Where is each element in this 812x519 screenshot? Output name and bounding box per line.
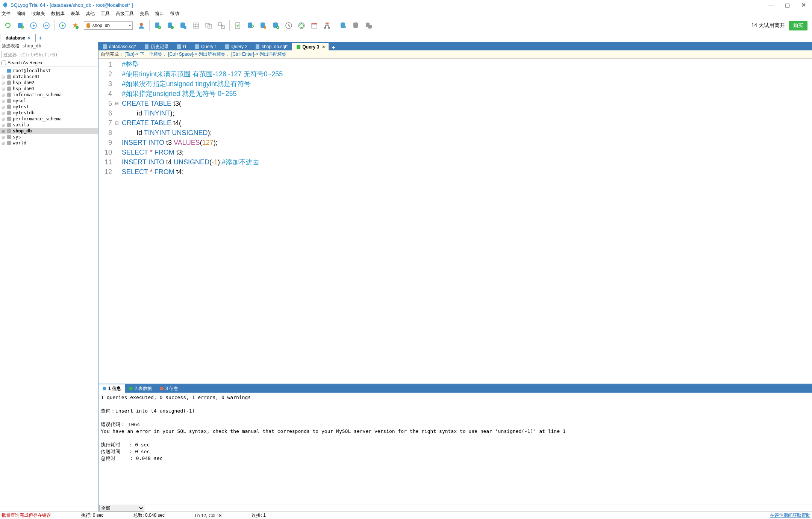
tree-database[interactable]: ⊞mytest xyxy=(0,104,98,110)
svg-rect-56 xyxy=(145,44,148,49)
close-tab-icon[interactable]: × xyxy=(322,44,325,50)
svg-point-50 xyxy=(7,117,11,118)
db-add-icon[interactable]: + xyxy=(153,21,162,30)
svg-point-13 xyxy=(171,26,174,29)
regex-checkbox-row[interactable]: Search As Regex xyxy=(0,59,98,67)
tree-database[interactable]: ⊞sys xyxy=(0,134,98,140)
db-play-icon[interactable] xyxy=(271,21,281,30)
result-panel: 1 信息2 表数据3 信息 1 queries executed, 0 succ… xyxy=(98,384,812,511)
result-tab[interactable]: 1 信息 xyxy=(98,384,125,393)
tree-root[interactable]: root@localhost xyxy=(0,68,98,74)
svg-point-44 xyxy=(7,80,11,82)
tree-database[interactable]: ⊞performance_schema xyxy=(0,116,98,122)
menu-item[interactable]: 工具 xyxy=(101,11,110,17)
database-selector-value: shop_db xyxy=(92,23,110,28)
result-filter-select[interactable]: 全部 xyxy=(99,505,144,511)
table-icon[interactable] xyxy=(191,21,201,30)
tree-database[interactable]: ⊞mysql xyxy=(0,98,98,104)
sidebar: 筛选表格 shop_db 过滤器 (Ctrl+Shift+B) Search A… xyxy=(0,42,98,511)
app-logo-icon xyxy=(2,2,8,8)
trial-notice: 14 天试用离开 xyxy=(751,22,785,29)
menu-item[interactable]: 编辑 xyxy=(17,11,26,17)
menu-item[interactable]: 其他 xyxy=(86,11,95,17)
editor-tab[interactable]: Query 1 xyxy=(191,43,221,50)
status-connections: 连接: 1 xyxy=(251,512,265,519)
minimize-icon[interactable]: — xyxy=(768,2,774,9)
menu-item[interactable]: 数据库 xyxy=(51,11,65,17)
database-selector[interactable]: shop_db ▾ xyxy=(84,21,133,30)
result-tab[interactable]: 3 信息 xyxy=(156,384,182,393)
execute-plan-icon[interactable] xyxy=(58,21,67,30)
editor-tab[interactable]: Query 3× xyxy=(292,43,329,50)
add-editor-tab-icon[interactable]: + xyxy=(329,44,338,50)
tree-database[interactable]: ⊞hsp_db02 xyxy=(0,80,98,86)
tree-database[interactable]: ⊞mytestdb xyxy=(0,110,98,116)
tree-database[interactable]: ⊞information_schema xyxy=(0,92,98,98)
db-globe-icon[interactable] xyxy=(178,21,188,30)
format-icon[interactable] xyxy=(70,21,80,30)
schema-icon[interactable] xyxy=(322,21,332,30)
tree-database[interactable]: ⊞world xyxy=(0,140,98,146)
status-help-link[interactable]: 在评估期间获取帮助 xyxy=(770,512,810,519)
menu-item[interactable]: 窗口 xyxy=(155,11,164,17)
code-content[interactable]: #整型 #使用tinyint来演示范围 有范围-128~127 无符号0~255… xyxy=(120,59,812,384)
fold-gutter[interactable]: ⊟⊟ xyxy=(115,59,120,384)
svg-rect-21 xyxy=(208,24,212,28)
close-icon[interactable]: ✕ xyxy=(801,2,806,9)
table3-icon[interactable] xyxy=(217,21,226,30)
status-bar: 批量查询完成但存在错误 执行: 0 sec 总数: 0.048 sec Ln 1… xyxy=(0,511,812,519)
menu-item[interactable]: 高级工具 xyxy=(116,11,134,17)
filter-input[interactable]: 过滤器 (Ctrl+Shift+B) xyxy=(2,51,96,58)
svg-rect-20 xyxy=(206,23,209,27)
calendar-icon[interactable] xyxy=(309,21,319,30)
buy-button[interactable]: 购买 xyxy=(789,21,807,30)
object-tree[interactable]: root@localhost⊞database01⊞hsp_db02⊞hsp_d… xyxy=(0,67,98,511)
db-import-icon[interactable] xyxy=(351,21,361,30)
tree-database[interactable]: ⊞shop_db xyxy=(0,128,98,134)
tree-database[interactable]: ⊞database01 xyxy=(0,74,98,80)
status-exec: 执行: 0 sec xyxy=(81,512,103,519)
close-tab-icon[interactable]: × xyxy=(27,35,30,41)
add-connection-icon[interactable]: + xyxy=(36,34,45,42)
svg-point-8 xyxy=(140,23,143,26)
new-query-icon[interactable]: + xyxy=(16,21,26,30)
regex-checkbox[interactable] xyxy=(2,61,6,65)
editor-tab[interactable]: shop_db.sql* xyxy=(251,43,291,50)
execute-all-icon[interactable] xyxy=(41,21,51,30)
doc-check-icon[interactable] xyxy=(233,21,242,30)
editor-tab[interactable]: Query 2 xyxy=(221,43,251,50)
svg-rect-59 xyxy=(225,44,229,49)
status-total: 总数: 0.048 sec xyxy=(133,512,165,519)
svg-point-53 xyxy=(7,135,11,136)
editor-tab[interactable]: database.sql* xyxy=(98,43,140,50)
svg-rect-58 xyxy=(195,44,199,49)
execute-icon[interactable] xyxy=(29,21,38,30)
tree-database[interactable]: ⊞sakila xyxy=(0,122,98,128)
maximize-icon[interactable]: ◻ xyxy=(785,2,790,9)
menu-item[interactable]: 收藏夹 xyxy=(32,11,45,17)
db-edit-icon[interactable] xyxy=(258,21,268,30)
connection-tab[interactable]: database × xyxy=(0,34,36,42)
refresh2-icon[interactable] xyxy=(297,21,306,30)
refresh-icon[interactable] xyxy=(3,21,13,30)
tree-database[interactable]: ⊞hsp_db03 xyxy=(0,86,98,92)
editor-tab[interactable]: 历史记录 xyxy=(140,43,173,50)
clock-icon[interactable] xyxy=(284,21,294,30)
table2-icon[interactable] xyxy=(204,21,214,30)
result-body[interactable]: 1 queries executed, 0 success, 1 errors,… xyxy=(98,393,812,504)
svg-rect-36 xyxy=(324,27,326,29)
menu-item[interactable]: 交易 xyxy=(140,11,149,17)
db-copy-icon[interactable] xyxy=(364,21,374,30)
result-tab[interactable]: 2 表数据 xyxy=(125,384,156,393)
connection-tabs: database × + xyxy=(0,33,812,42)
editor-tab[interactable]: t1 xyxy=(173,43,191,50)
db-refresh-icon[interactable] xyxy=(245,21,255,30)
menu-item[interactable]: 表单 xyxy=(71,11,80,17)
menu-item[interactable]: 帮助 xyxy=(170,11,179,17)
user-icon[interactable] xyxy=(136,21,146,30)
db-sync-icon[interactable] xyxy=(165,21,175,30)
code-editor[interactable]: 123456789101112 ⊟⊟ #整型 #使用tinyint来演示范围 有… xyxy=(98,59,812,384)
menu-item[interactable]: 文件 xyxy=(2,11,11,17)
db-export-icon[interactable] xyxy=(338,21,348,30)
svg-rect-55 xyxy=(103,44,107,49)
